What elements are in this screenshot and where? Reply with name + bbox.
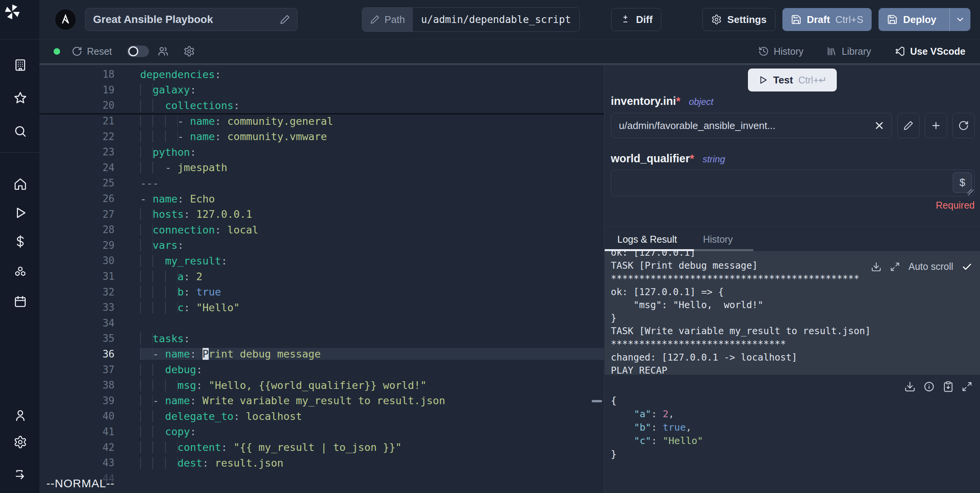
logout-icon[interactable] [13, 468, 27, 482]
favorites-star-icon[interactable] [13, 91, 27, 105]
windmill-logo-icon[interactable] [3, 3, 21, 21]
line-number: 41 [39, 426, 115, 437]
clear-inventory-icon[interactable] [874, 120, 885, 131]
code-text: hosts: 127.0.0.1 [140, 208, 604, 220]
home-icon[interactable] [13, 177, 27, 191]
deploy-split-button: Deploy [879, 8, 970, 31]
test-button[interactable]: Test Ctrl+↵ [748, 69, 837, 91]
code-line[interactable]: 30 my_result: [39, 253, 604, 269]
line-number: 27 [39, 209, 115, 220]
log-viewer[interactable]: ok: [127.0.0.1]TASK [Print debug message… [605, 251, 980, 375]
code-editor[interactable]: 18dependencies:19 galaxy:20 collections:… [39, 65, 604, 493]
history-button[interactable]: History [758, 46, 803, 57]
code-line[interactable]: 44 [39, 470, 604, 486]
diff-button[interactable]: Diff [611, 8, 661, 31]
code-line[interactable]: 31 a: 2 [39, 269, 604, 284]
draft-button[interactable]: Draft Ctrl+S [782, 8, 872, 31]
path-group[interactable]: Path u/admin/dependable_script [362, 7, 580, 32]
line-number: 33 [39, 302, 115, 313]
world-qualifier-input[interactable] [611, 170, 974, 196]
code-line[interactable]: 20 collections: [39, 98, 604, 113]
code-line[interactable]: 36 - name: Print debug message [39, 346, 604, 362]
deploy-button[interactable]: Deploy [879, 8, 944, 31]
settings-button[interactable]: Settings [702, 8, 775, 31]
expand-logs-icon[interactable] [890, 262, 900, 272]
edit-inventory-button[interactable] [897, 113, 919, 138]
tab-history[interactable]: History [703, 234, 733, 245]
code-line[interactable]: 25--- [39, 175, 604, 191]
code-line[interactable]: 28 connection: local [39, 222, 604, 238]
code-text: my_result: [140, 255, 604, 267]
search-icon[interactable] [13, 124, 27, 138]
code-line[interactable]: 33 c: "Hello" [39, 300, 604, 315]
code-text: c: "Hello" [140, 302, 604, 313]
runs-play-icon[interactable] [13, 206, 27, 220]
copy-result-icon[interactable] [942, 381, 954, 392]
code-line[interactable]: 42 content: "{{ my_result | to_json }}" [39, 439, 604, 455]
use-vscode-button[interactable]: Use VScode [894, 46, 965, 57]
expand-result-icon[interactable] [962, 381, 972, 392]
log-line: ok: [127.0.0.1] [611, 251, 980, 259]
code-line[interactable]: 43 dest: result.json [39, 455, 604, 471]
script-title-input[interactable] [92, 13, 280, 26]
code-lines[interactable]: 18dependencies:19 galaxy:20 collections:… [39, 65, 604, 486]
schedules-calendar-icon[interactable] [13, 295, 27, 309]
info-icon[interactable] [923, 381, 935, 392]
code-line[interactable]: 22 - name: community.vmware [39, 129, 604, 144]
reset-button[interactable]: Reset [72, 46, 112, 57]
library-button[interactable]: Library [826, 46, 871, 57]
user-icon[interactable] [13, 408, 27, 422]
script-title-field[interactable] [85, 8, 298, 31]
line-number: 31 [39, 271, 115, 282]
deploy-dropdown-button[interactable] [949, 8, 970, 31]
edit-title-pencil-icon[interactable] [280, 14, 290, 25]
vim-mode-status: --NORMAL-- [46, 477, 115, 490]
code-line[interactable]: 37 debug: [39, 362, 604, 377]
refresh-inventory-button[interactable] [952, 113, 975, 138]
code-line[interactable]: 23 python: [39, 144, 604, 160]
code-line[interactable]: 32 b: true [39, 284, 604, 300]
sticky-scroll-divider [39, 113, 604, 114]
add-inventory-button[interactable] [925, 113, 947, 138]
tab-logs-result[interactable]: Logs & Result [617, 234, 677, 245]
variables-dollar-icon[interactable] [13, 235, 27, 248]
panel-splitter[interactable] [604, 63, 605, 493]
settings-gear-icon[interactable] [13, 435, 27, 449]
code-line[interactable]: 29 vars: [39, 238, 604, 253]
workspace-icon[interactable] [13, 58, 27, 72]
line-number: 25 [39, 177, 115, 189]
code-line[interactable]: 34 [39, 315, 604, 331]
log-line: ****************************************… [611, 272, 980, 285]
collaborators-button[interactable] [157, 46, 169, 57]
download-logs-icon[interactable] [871, 261, 882, 272]
world-qualifier-type: string [703, 154, 725, 164]
diff-mode-toggle[interactable] [127, 46, 149, 57]
code-line[interactable]: 18dependencies: [39, 67, 604, 82]
editor-settings-button[interactable] [183, 46, 195, 57]
code-line[interactable]: 39 - name: Write variable my_result to r… [39, 393, 604, 408]
autoscroll-check-icon[interactable] [962, 261, 972, 272]
code-line[interactable]: 40 delegate_to: localhost [39, 408, 604, 424]
path-value[interactable]: u/admin/dependable_script [413, 8, 579, 31]
code-text: debug: [140, 364, 604, 375]
panel-splitter-handle[interactable] [592, 400, 602, 402]
chevron-down-icon [955, 15, 965, 24]
code-line[interactable]: 21 - name: community.general [39, 113, 604, 129]
line-number: 18 [39, 69, 115, 80]
code-line[interactable]: 38 msg: "Hello, {{world_qualifier}} worl… [39, 377, 604, 393]
resources-cubes-icon[interactable] [13, 265, 27, 279]
line-number: 29 [39, 240, 115, 251]
download-result-icon[interactable] [904, 381, 916, 392]
code-line[interactable]: 35 tasks: [39, 331, 604, 346]
world-qualifier-field-label: world_qualifier* string [611, 152, 725, 165]
line-number: 35 [39, 333, 115, 344]
code-line[interactable]: 41 copy: [39, 424, 604, 440]
code-line[interactable]: 27 hosts: 127.0.0.1 [39, 206, 604, 222]
log-line: ok: [127.0.0.1] => { [611, 286, 980, 299]
resize-grip[interactable] [967, 189, 973, 195]
code-line[interactable]: 19 galaxy: [39, 82, 604, 98]
inventory-input[interactable] [618, 119, 874, 132]
code-line[interactable]: 24 - jmespath [39, 160, 604, 176]
code-line[interactable]: 26- name: Echo [39, 191, 604, 207]
code-text: connection: local [140, 224, 604, 236]
